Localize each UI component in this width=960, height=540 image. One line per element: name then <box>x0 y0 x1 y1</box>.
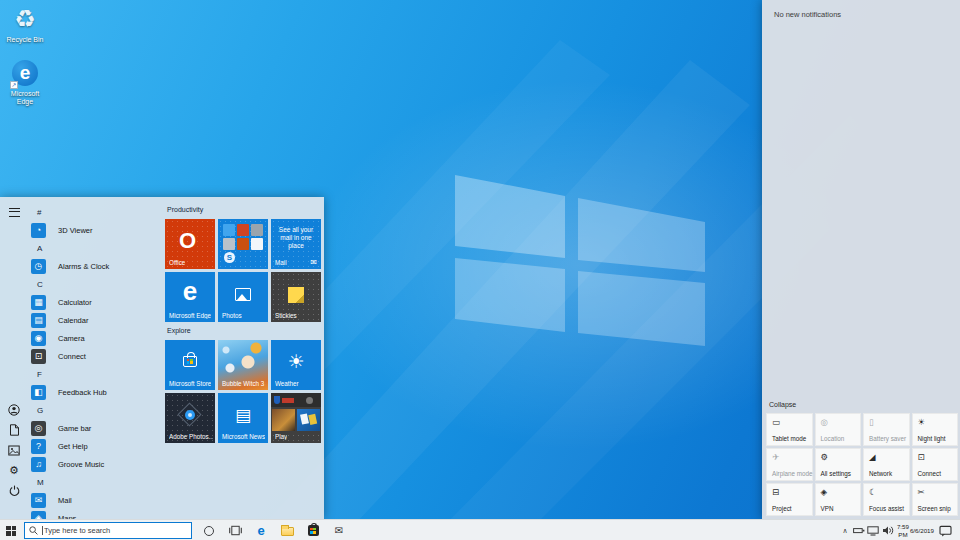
app-list-item-calculator[interactable]: ▦Calculator <box>28 293 157 311</box>
chevron-up-icon: ∧ <box>842 527 847 535</box>
user-account-button[interactable] <box>0 401 28 419</box>
app-list-item-connect[interactable]: ⊡Connect <box>28 347 157 365</box>
app-list-item-camera[interactable]: ◉Camera <box>28 329 157 347</box>
tablet-mode-icon: ▭ <box>772 417 780 427</box>
microsoft-store-button[interactable] <box>300 520 326 540</box>
quick-action-tablet-mode[interactable]: ▭Tablet mode <box>766 413 813 446</box>
tile-bubble-witch[interactable]: Bubble Witch 3 Saga <box>218 340 268 390</box>
desktop-icon-recycle-bin[interactable]: ♻ Recycle Bin <box>2 4 48 44</box>
app-list-header[interactable]: M <box>28 473 157 491</box>
app-list-item-3d-viewer[interactable]: ◔3D Viewer <box>28 221 157 239</box>
app-list-item-maps[interactable]: ◈Maps <box>28 509 157 519</box>
battery-saver-icon: ▯ <box>869 417 874 427</box>
app-list-header[interactable]: A <box>28 239 157 257</box>
mail-envelope-icon: ✉ <box>335 525 343 536</box>
start-app-list: # ◔3D Viewer A ◷Alarms & Clock C ▦Calcul… <box>28 197 157 519</box>
quick-action-all-settings[interactable]: ⚙All settings <box>815 448 862 481</box>
tile-stickies[interactable]: Stickies <box>271 272 321 322</box>
quick-action-project[interactable]: ⊟Project <box>766 483 813 516</box>
quick-action-vpn[interactable]: ◈VPN <box>815 483 862 516</box>
quick-action-focus-assist[interactable]: ☾Focus assist <box>863 483 910 516</box>
file-explorer-folder-icon <box>281 527 294 536</box>
app-list-header[interactable]: G <box>28 401 157 419</box>
user-avatar-icon <box>8 404 20 416</box>
camera-icon: ◉ <box>31 331 46 346</box>
clock-date: 6/6/2019 <box>910 527 934 535</box>
quick-action-connect[interactable]: ⊡Connect <box>912 448 959 481</box>
office-logo-icon: O <box>179 228 196 254</box>
tile-microsoft-store[interactable]: Microsoft Store <box>165 340 215 390</box>
collapse-link[interactable]: Collapse <box>769 401 957 408</box>
quick-actions-grid: ▭Tablet mode ◎Location ▯Battery saver ☀N… <box>766 413 957 516</box>
desktop-icon-microsoft-edge[interactable]: e ↗ Microsoft Edge <box>2 58 48 106</box>
tile-weather[interactable]: ☀ Weather <box>271 340 321 390</box>
app-list-item-mail[interactable]: ✉Mail <box>28 491 157 509</box>
start-tiles-area: Productivity O Office S See all your mai… <box>157 197 324 519</box>
app-list-header[interactable]: F <box>28 365 157 383</box>
maps-icon: ◈ <box>31 511 46 520</box>
recycle-bin-icon: ♻ <box>14 5 36 33</box>
cortana-icon <box>204 526 214 536</box>
quick-action-airplane-mode[interactable]: ✈Airplane mode <box>766 448 813 481</box>
app-list-item-alarms-clock[interactable]: ◷Alarms & Clock <box>28 257 157 275</box>
expand-menu-button[interactable] <box>0 203 28 221</box>
start-button[interactable] <box>0 520 22 540</box>
quick-action-battery-saver[interactable]: ▯Battery saver <box>863 413 910 446</box>
hamburger-icon <box>9 208 20 217</box>
project-icon: ⊟ <box>772 487 779 497</box>
volume-tray-button[interactable] <box>880 520 896 540</box>
app-list-header[interactable]: C <box>28 275 157 293</box>
file-explorer-button[interactable] <box>274 520 300 540</box>
power-button[interactable] <box>0 481 28 499</box>
taskbar-search[interactable] <box>24 522 192 539</box>
tile-microsoft-edge[interactable]: e Microsoft Edge <box>165 272 215 322</box>
tile-play-folder[interactable]: Play <box>271 393 321 443</box>
battery-tray-button[interactable] <box>852 520 866 540</box>
quick-action-night-light[interactable]: ☀Night light <box>912 413 959 446</box>
app-list-item-groove-music[interactable]: ♫Groove Music <box>28 455 157 473</box>
start-menu: ⚙ # ◔3D Viewer A ◷Alarms & Clock C ▦Calc… <box>0 197 324 519</box>
battery-icon <box>853 525 865 536</box>
task-view-button[interactable] <box>222 520 248 540</box>
app-list-item-calendar[interactable]: ▤Calendar <box>28 311 157 329</box>
tile-adobe-photoshop-express[interactable]: Adobe Photos... <box>165 393 215 443</box>
search-input[interactable] <box>44 526 187 535</box>
network-signal-icon: ◢ <box>869 452 876 462</box>
quick-action-screen-snip[interactable]: ✂Screen snip <box>912 483 959 516</box>
pictures-icon <box>8 445 20 456</box>
app-list-item-game-bar[interactable]: ◎Game bar <box>28 419 157 437</box>
app-list-header[interactable]: # <box>28 203 157 221</box>
tile-office-apps-folder[interactable]: S <box>218 219 268 269</box>
news-icon: ▤ <box>218 405 268 426</box>
search-icon <box>29 526 38 535</box>
mail-button[interactable]: ✉ <box>326 520 352 540</box>
documents-button[interactable] <box>0 421 28 439</box>
pictures-button[interactable] <box>0 441 28 459</box>
edge-icon: e <box>165 276 215 307</box>
cortana-button[interactable] <box>196 520 222 540</box>
tile-photos[interactable]: Photos <box>218 272 268 322</box>
show-hidden-icons-button[interactable]: ∧ <box>838 520 852 540</box>
tile-group-title: Productivity <box>167 206 324 215</box>
calendar-icon: ▤ <box>31 313 46 328</box>
settings-button[interactable]: ⚙ <box>0 461 28 479</box>
action-center-icon <box>939 525 952 537</box>
windows-logo-icon <box>6 526 16 536</box>
tile-microsoft-news[interactable]: ▤ Microsoft News <box>218 393 268 443</box>
app-list-item-feedback-hub[interactable]: ◧Feedback Hub <box>28 383 157 401</box>
desktop-icon-label: Microsoft Edge <box>2 90 48 106</box>
3d-viewer-icon: ◔ <box>31 223 46 238</box>
screen-snip-scissors-icon: ✂ <box>918 487 925 497</box>
quick-action-network[interactable]: ◢Network <box>863 448 910 481</box>
taskbar-edge-button[interactable]: e <box>248 520 274 540</box>
network-tray-button[interactable] <box>866 520 880 540</box>
game-thumbnail <box>272 409 295 431</box>
tile-office[interactable]: O Office <box>165 219 215 269</box>
app-list-item-get-help[interactable]: ?Get Help <box>28 437 157 455</box>
action-center-button[interactable] <box>934 520 956 540</box>
tile-mail[interactable]: See all your mail in one place Mail ✉ <box>271 219 321 269</box>
quick-action-location[interactable]: ◎Location <box>815 413 862 446</box>
network-icon <box>867 525 879 536</box>
taskbar-clock[interactable]: 7:59 PM 6/6/2019 <box>896 520 934 540</box>
mail-envelope-icon: ✉ <box>310 258 317 267</box>
